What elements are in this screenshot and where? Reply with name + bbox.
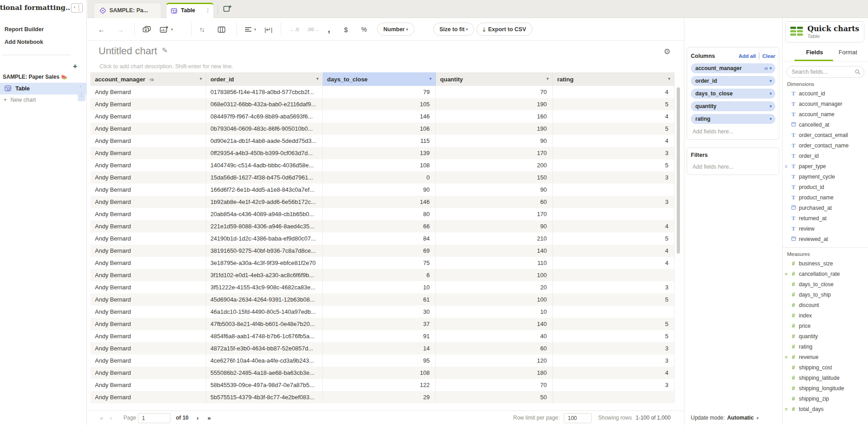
- back-button[interactable]: ←: [98, 24, 105, 35]
- cell-rating[interactable]: [552, 391, 674, 403]
- cell-days_to_close[interactable]: 66: [322, 220, 435, 232]
- caret-down-icon[interactable]: ▾: [769, 79, 772, 83]
- measure-field-total_days[interactable]: =#total_days: [783, 404, 868, 415]
- cell-days_to_close[interactable]: 108: [322, 159, 435, 171]
- cell-days_to_close[interactable]: 90: [322, 184, 435, 196]
- cell-order_id[interactable]: 221e1d59-8088-4306-a946-8aed4c35...: [206, 220, 322, 232]
- cell-account_manager[interactable]: Andy Bernard: [90, 245, 206, 257]
- cell-quantity[interactable]: 100: [435, 269, 552, 281]
- update-mode-dropdown[interactable]: Automatic ▾: [727, 415, 759, 421]
- column-header-days_to_close[interactable]: days_to_close▾: [322, 72, 435, 86]
- cell-account_manager[interactable]: Andy Bernard: [90, 391, 206, 403]
- cell-rating[interactable]: 4: [552, 257, 674, 269]
- number-format-dropdown[interactable]: Number ▾: [377, 23, 415, 36]
- cell-order_id[interactable]: 4ce6276f-10a4-40ea-a4fe-cd3a9b243...: [206, 354, 322, 367]
- cell-days_to_close[interactable]: 146: [322, 110, 435, 123]
- cell-order_id[interactable]: 1b92ab8e-4e1f-42c9-add6-6e56b172c...: [206, 196, 322, 208]
- cell-order_id[interactable]: 084497f9-f967-4c69-8b89-aba5693f6...: [206, 110, 322, 123]
- cell-days_to_close[interactable]: 75: [322, 257, 435, 269]
- table-row[interactable]: Andy Bernard0ff29354-a4b3-450b-b399-0cf0…: [90, 147, 674, 159]
- cell-quantity[interactable]: 50: [435, 391, 552, 403]
- sidebar-item-report-builder[interactable]: Report Builder: [5, 26, 44, 33]
- measure-field-business_size[interactable]: #business_size: [783, 259, 868, 269]
- cell-days_to_close[interactable]: 106: [322, 123, 435, 135]
- cell-order_id[interactable]: 4854f6a8-aab1-4748-b7b6-1c676fb5a...: [206, 330, 322, 342]
- column-header-order_id[interactable]: order_id▾: [206, 72, 322, 86]
- cell-quantity[interactable]: 70: [435, 86, 552, 98]
- cell-days_to_close[interactable]: 29: [322, 391, 435, 403]
- cell-quantity[interactable]: 180: [435, 367, 552, 379]
- cell-account_manager[interactable]: Andy Bernard: [90, 330, 206, 342]
- measure-field-days_to_ship[interactable]: #days_to_ship: [783, 290, 868, 300]
- measure-field-price[interactable]: #price: [783, 321, 868, 331]
- dimension-field-order_contact_email[interactable]: Torder_contact_email: [783, 130, 868, 141]
- chart-title[interactable]: Untitled chart: [99, 45, 157, 57]
- dimension-field-purchased_at[interactable]: purchased_at: [783, 203, 868, 213]
- cell-rating[interactable]: 5: [552, 98, 674, 110]
- cell-rating[interactable]: [552, 269, 674, 281]
- table-row[interactable]: Andy Bernard1404749c-c514-4adb-bbbc-4036…: [90, 159, 674, 171]
- cell-rating[interactable]: 3: [552, 147, 674, 159]
- cell-order_id[interactable]: 068e0312-66bb-432a-bab0-e2116daf9...: [206, 98, 322, 110]
- cell-days_to_close[interactable]: 10: [322, 281, 435, 293]
- dimension-field-account_name[interactable]: Taccount_name: [783, 109, 868, 120]
- dimension-field-account_manager[interactable]: Taccount_manager: [783, 99, 868, 109]
- cell-quantity[interactable]: 200: [435, 159, 552, 171]
- cell-rating[interactable]: 5: [552, 330, 674, 342]
- cell-rating[interactable]: 4: [552, 110, 674, 123]
- measure-field-rating[interactable]: #rating: [783, 342, 868, 352]
- cell-account_manager[interactable]: Andy Bernard: [90, 208, 206, 220]
- cell-account_manager[interactable]: Andy Bernard: [90, 354, 206, 367]
- cell-rating[interactable]: 3: [552, 379, 674, 391]
- chart-description-placeholder[interactable]: Click to add chart description. Shift-en…: [99, 63, 233, 70]
- cell-quantity[interactable]: 110: [435, 257, 552, 269]
- new-tab-button[interactable]: [223, 5, 233, 14]
- row-drag-handle[interactable]: ⋮: [78, 88, 85, 101]
- export-csv-button[interactable]: ⤓ Export to CSV: [476, 23, 533, 36]
- clear-link[interactable]: Clear: [762, 53, 775, 59]
- cell-quantity[interactable]: 90: [435, 220, 552, 232]
- cell-order_id[interactable]: 1404749c-c514-4adb-bbbc-4036d58e...: [206, 159, 322, 171]
- cell-rating[interactable]: 5: [552, 318, 674, 330]
- table-row[interactable]: Andy Bernard4854f6a8-aab1-4748-b7b6-1c67…: [90, 330, 674, 342]
- cell-order_id[interactable]: 4872a15f-e3b0-4634-bb87-52e0857d...: [206, 342, 322, 354]
- cell-days_to_close[interactable]: 30: [322, 306, 435, 318]
- dimension-field-paper_type[interactable]: =Tpaper_type: [783, 161, 868, 172]
- cell-account_manager[interactable]: Andy Bernard: [90, 147, 206, 159]
- chart-settings-gear-icon[interactable]: ⚙: [664, 47, 670, 57]
- measure-field-days_to_close[interactable]: #days_to_close: [783, 279, 868, 290]
- cell-days_to_close[interactable]: 6: [322, 269, 435, 281]
- table-row[interactable]: Andy Bernard01783856-f14e-4178-a0bd-577c…: [90, 86, 674, 98]
- search-fields-input[interactable]: [786, 66, 864, 78]
- dimension-field-reviewed_at[interactable]: reviewed_at: [783, 234, 868, 245]
- cell-order_id[interactable]: 166d6f72-6e1b-4dd5-a1e8-843c0a7ef...: [206, 184, 322, 196]
- cell-rating[interactable]: 4: [552, 135, 674, 147]
- column-menu-caret-icon[interactable]: ▾: [200, 76, 202, 81]
- cell-account_manager[interactable]: Andy Bernard: [90, 367, 206, 379]
- table-row[interactable]: Andy Bernard3f1fd102-e0d1-4eb3-a230-ac8c…: [90, 269, 674, 281]
- cell-days_to_close[interactable]: 91: [322, 330, 435, 342]
- cell-rating[interactable]: 4: [552, 220, 674, 232]
- cell-order_id[interactable]: 24190b1d-1d2c-4386-baba-ef9d80c07...: [206, 232, 322, 245]
- cell-days_to_close[interactable]: 122: [322, 379, 435, 391]
- column-menu-caret-icon[interactable]: ▾: [316, 76, 319, 81]
- cell-account_manager[interactable]: Andy Bernard: [90, 98, 206, 110]
- table-row[interactable]: Andy Bernard38191650-9275-40bf-b936-7c8a…: [90, 245, 674, 257]
- cell-rating[interactable]: 3: [552, 171, 674, 184]
- sidebar-item-new-chart[interactable]: +New chart: [4, 97, 36, 103]
- dimension-field-product_name[interactable]: Tproduct_name: [783, 193, 868, 203]
- next-page-button[interactable]: ›: [197, 415, 198, 421]
- cell-quantity[interactable]: 20: [435, 281, 552, 293]
- table-row[interactable]: Andy Bernard20ab854a-c436-4089-a948-cb1b…: [90, 208, 674, 220]
- cell-quantity[interactable]: 170: [435, 208, 552, 220]
- table-row[interactable]: Andy Bernard166d6f72-6e1b-4dd5-a1e8-843c…: [90, 184, 674, 196]
- sidebar-item-table[interactable]: ✓ Table ⋮: [0, 83, 87, 94]
- tab-format[interactable]: Format: [839, 49, 857, 56]
- wrap-text-button[interactable]: |↵|: [264, 24, 273, 35]
- column-header-quantity[interactable]: quantity▾: [435, 72, 552, 86]
- cell-order_id[interactable]: 0b793046-0609-483c-86f6-905010b0...: [206, 123, 322, 135]
- cell-rating[interactable]: [552, 208, 674, 220]
- cell-quantity[interactable]: 160: [435, 110, 552, 123]
- table-row[interactable]: Andy Bernard4ce6276f-10a4-40ea-a4fe-cd3a…: [90, 354, 674, 367]
- table-row[interactable]: Andy Bernard5b575515-4379-4b3f-8c77-4e2b…: [90, 391, 674, 403]
